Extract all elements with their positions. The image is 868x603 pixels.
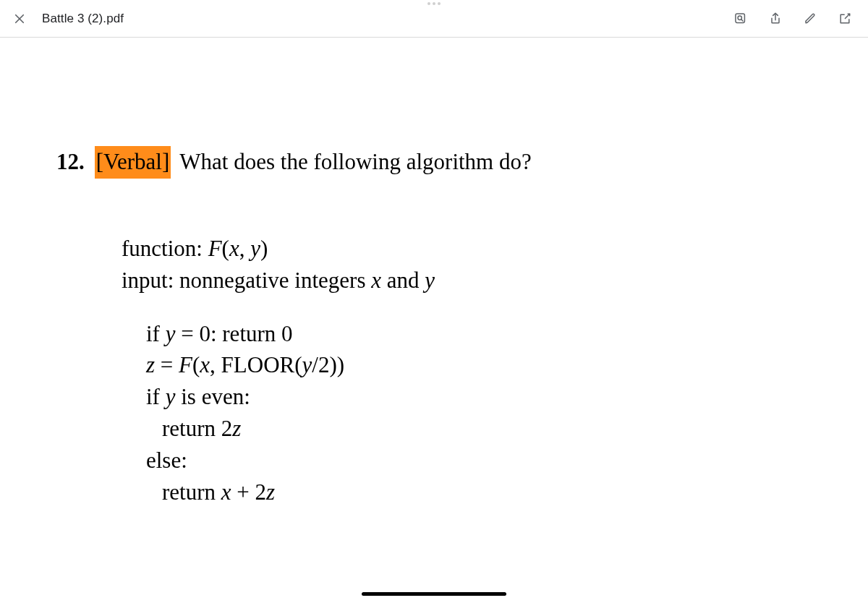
algo-line-2: input: nonnegative integers x and y xyxy=(122,265,825,296)
algo-line-7: else: xyxy=(146,445,825,476)
toolbar: Battle 3 (2).pdf xyxy=(0,0,868,38)
svg-line-4 xyxy=(741,19,743,20)
algorithm-block: function: F(x, y) input: nonnegative int… xyxy=(122,234,825,508)
algo-line-8: return x + 2z xyxy=(162,477,825,508)
document-title: Battle 3 (2).pdf xyxy=(42,12,124,26)
svg-rect-2 xyxy=(736,13,744,22)
question-block: 12. [Verbal] What does the following alg… xyxy=(56,146,825,508)
close-icon[interactable] xyxy=(13,12,26,25)
open-external-icon[interactable] xyxy=(838,12,852,26)
algo-line-6: return 2z xyxy=(162,414,825,444)
question-number: 12. xyxy=(56,147,85,177)
algo-line-1: function: F(x, y) xyxy=(122,234,825,264)
home-indicator[interactable] xyxy=(362,592,506,596)
search-icon[interactable] xyxy=(733,12,748,26)
algo-line-3: if y = 0: return 0 xyxy=(146,319,825,349)
algo-line-4: z = F(x, FLOOR(y/2)) xyxy=(146,350,825,380)
question-tag: [Verbal] xyxy=(95,146,171,179)
edit-icon[interactable] xyxy=(803,12,817,26)
question-prompt: What does the following algorithm do? xyxy=(179,147,531,177)
share-icon[interactable] xyxy=(768,12,783,26)
document-page[interactable]: 12. [Verbal] What does the following alg… xyxy=(0,38,868,508)
algo-line-5: if y is even: xyxy=(146,382,825,412)
